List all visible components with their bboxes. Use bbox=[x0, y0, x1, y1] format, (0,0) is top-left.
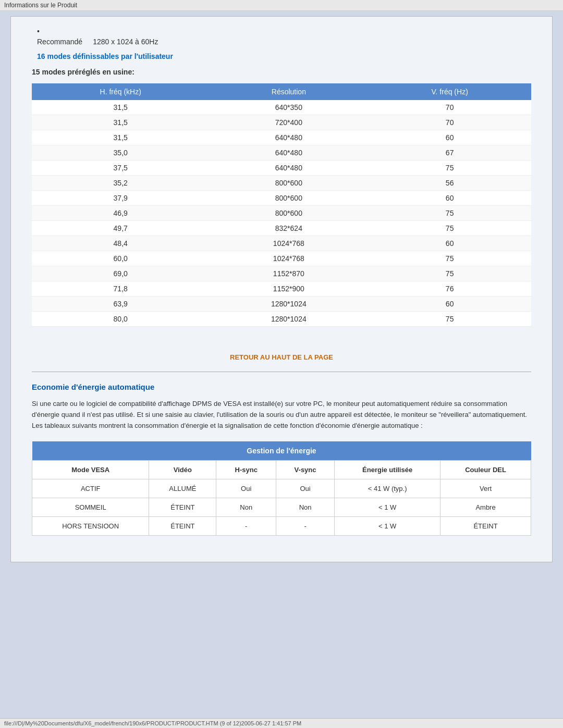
energy-description: Si une carte ou le logiciel de compatibi… bbox=[32, 399, 531, 431]
table-row: ALLUMÉ bbox=[149, 479, 216, 498]
table-row: Ambre bbox=[440, 498, 531, 517]
frequency-table: H. fréq (kHz) Résolution V. fréq (Hz) 31… bbox=[32, 83, 531, 327]
table-row: ÉTEINT bbox=[149, 498, 216, 517]
table-row: - bbox=[276, 517, 334, 536]
recommended-value: 1280 x 1024 à 60Hz bbox=[93, 38, 158, 46]
energy-row-actif: ACTIFALLUMÉOuiOui< 41 W (typ.)Vert bbox=[32, 479, 531, 498]
content-box: • Recommandé 1280 x 1024 à 60Hz 16 modes… bbox=[10, 16, 553, 562]
status-bar-path: file:///D|/My%20Documents/dfu/X6_model/f… bbox=[4, 720, 301, 726]
table-row: 31,5640*48060 bbox=[32, 130, 531, 145]
energy-section-title: Economie d'énergie automatique bbox=[32, 382, 531, 391]
freq-col-res: Résolution bbox=[209, 83, 368, 100]
table-row: < 1 W bbox=[335, 517, 440, 536]
section-divider bbox=[32, 372, 531, 372]
table-row: 63,91280*102460 bbox=[32, 297, 531, 312]
table-row: 35,2800*60056 bbox=[32, 176, 531, 191]
table-row: ACTIF bbox=[32, 479, 149, 498]
title-bar: Informations sur le Produit bbox=[0, 0, 563, 11]
table-row: 35,0640*48067 bbox=[32, 145, 531, 161]
table-row: Oui bbox=[276, 479, 334, 498]
retour-link[interactable]: RETOUR AU HAUT DE LA PAGE bbox=[230, 353, 333, 361]
table-row: ÉTEINT bbox=[440, 517, 531, 536]
title-bar-label: Informations sur le Produit bbox=[4, 2, 77, 9]
energy-col-header: Couleur DEL bbox=[440, 461, 531, 479]
recommended-label: Recommandé bbox=[37, 38, 82, 46]
table-row: < 1 W bbox=[335, 498, 440, 517]
table-row: Oui bbox=[216, 479, 276, 498]
table-row: 71,81152*90076 bbox=[32, 281, 531, 297]
status-bar: file:///D|/My%20Documents/dfu/X6_model/f… bbox=[0, 718, 563, 728]
freq-table-header-row: H. fréq (kHz) Résolution V. fréq (Hz) bbox=[32, 83, 531, 100]
table-row: SOMMEIL bbox=[32, 498, 149, 517]
user-modes-link[interactable]: 16 modes définissables par l'utilisateur bbox=[37, 52, 173, 60]
main-container: • Recommandé 1280 x 1024 à 60Hz 16 modes… bbox=[0, 11, 563, 720]
energy-table-title-row: Gestion de l'énergie bbox=[32, 441, 531, 461]
table-row: 48,41024*76860 bbox=[32, 236, 531, 251]
retour-link-container: RETOUR AU HAUT DE LA PAGE bbox=[32, 337, 531, 366]
freq-col-v: V. fréq (Hz) bbox=[368, 83, 531, 100]
energy-table: Gestion de l'énergie Mode VESAVidéoH-syn… bbox=[32, 441, 531, 536]
energy-row-sommeil: SOMMEILÉTEINTNonNon< 1 WAmbre bbox=[32, 498, 531, 517]
bullet-point: • bbox=[37, 27, 531, 35]
table-row: Non bbox=[276, 498, 334, 517]
table-row: 37,9800*60060 bbox=[32, 191, 531, 206]
energy-row-hors: HORS TENSIOONÉTEINT--< 1 WÉTEINT bbox=[32, 517, 531, 536]
energy-table-title: Gestion de l'énergie bbox=[32, 441, 531, 461]
energy-col-header: Mode VESA bbox=[32, 461, 149, 479]
table-row: 31,5640*35070 bbox=[32, 100, 531, 115]
energy-col-header: Vidéo bbox=[149, 461, 216, 479]
energy-col-header: H-sync bbox=[216, 461, 276, 479]
preset-modes-heading: 15 modes préréglés en usine: bbox=[32, 68, 531, 76]
table-row: 49,7832*62475 bbox=[32, 221, 531, 236]
table-row: 37,5640*48075 bbox=[32, 161, 531, 176]
table-row: < 41 W (typ.) bbox=[335, 479, 440, 498]
table-row: HORS TENSIOON bbox=[32, 517, 149, 536]
recommended-line: Recommandé 1280 x 1024 à 60Hz bbox=[37, 38, 531, 46]
table-row: 31,5720*40070 bbox=[32, 115, 531, 130]
freq-col-h: H. fréq (kHz) bbox=[32, 83, 209, 100]
table-row: 60,01024*76875 bbox=[32, 251, 531, 266]
table-row: 69,01152*87075 bbox=[32, 266, 531, 281]
table-row: Non bbox=[216, 498, 276, 517]
table-row: 46,9800*60075 bbox=[32, 206, 531, 221]
energy-col-header: Énergie utilisée bbox=[335, 461, 440, 479]
table-row: Vert bbox=[440, 479, 531, 498]
table-row: - bbox=[216, 517, 276, 536]
energy-col-header-row: Mode VESAVidéoH-syncV-syncÉnergie utilis… bbox=[32, 461, 531, 479]
table-row: 80,01280*102475 bbox=[32, 312, 531, 327]
table-row: ÉTEINT bbox=[149, 517, 216, 536]
energy-col-header: V-sync bbox=[276, 461, 334, 479]
